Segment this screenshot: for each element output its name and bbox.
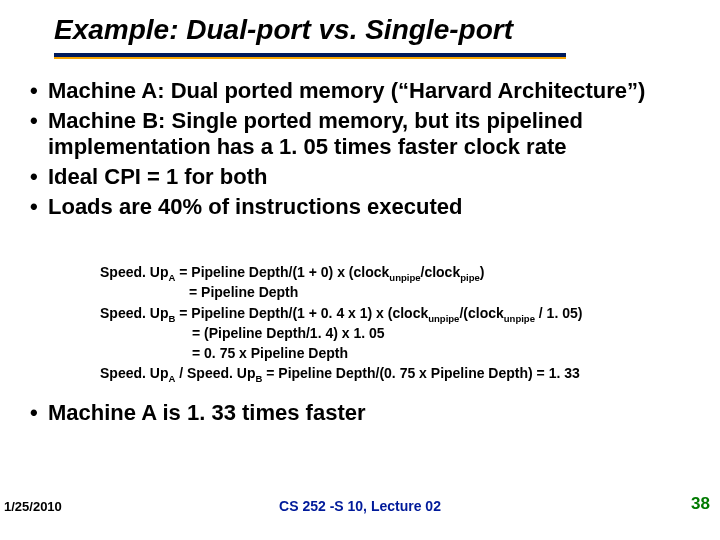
- slide: Example: Dual-port vs. Single-port • Mac…: [0, 0, 720, 540]
- t: = Pipeline Depth/(1 + 0. 4 x 1) x (clock: [175, 305, 428, 321]
- math-line-3: Speed. UpB = Pipeline Depth/(1 + 0. 4 x …: [100, 303, 700, 323]
- conclusion-text: Machine A is 1. 33 times faster: [48, 400, 366, 426]
- t: /(clock: [459, 305, 503, 321]
- sub: unpipe: [428, 312, 459, 323]
- bullet-item: • Loads are 40% of instructions executed: [28, 194, 698, 220]
- bullet-glyph-icon: •: [28, 400, 48, 426]
- bullet-glyph-icon: •: [28, 78, 48, 104]
- math-line-6: Speed. UpA / Speed. UpB = Pipeline Depth…: [100, 363, 700, 383]
- sub: pipe: [460, 272, 480, 283]
- t: Speed. Up: [100, 365, 168, 381]
- math-line-5: = 0. 75 x Pipeline Depth: [100, 343, 700, 363]
- t: = Pipeline Depth/(1 + 0) x (clock: [175, 264, 389, 280]
- t: / 1. 05): [535, 305, 582, 321]
- t: Speed. Up: [100, 305, 168, 321]
- conclusion-bullet: • Machine A is 1. 33 times faster: [28, 400, 366, 426]
- bullet-text: Machine A: Dual ported memory (“Harvard …: [48, 78, 698, 104]
- math-line-4: = (Pipeline Depth/1. 4) x 1. 05: [100, 323, 700, 343]
- t: / Speed. Up: [175, 365, 255, 381]
- bullet-glyph-icon: •: [28, 194, 48, 220]
- bullet-text: Ideal CPI = 1 for both: [48, 164, 698, 190]
- t: Speed. Up: [100, 264, 168, 280]
- bullet-glyph-icon: •: [28, 108, 48, 160]
- bullet-text: Machine B: Single ported memory, but its…: [48, 108, 698, 160]
- t: = Pipeline Depth/(0. 75 x Pipeline Depth…: [262, 365, 579, 381]
- body-bullets: • Machine A: Dual ported memory (“Harvar…: [28, 78, 698, 224]
- t: /clock: [421, 264, 461, 280]
- bullet-item: • Machine B: Single ported memory, but i…: [28, 108, 698, 160]
- title-underline-orange: [54, 57, 566, 59]
- t: ): [480, 264, 485, 280]
- footer-page-number: 38: [691, 494, 710, 514]
- bullet-item: • Machine A: Dual ported memory (“Harvar…: [28, 78, 698, 104]
- bullet-text: Loads are 40% of instructions executed: [48, 194, 698, 220]
- bullet-glyph-icon: •: [28, 164, 48, 190]
- sub: unpipe: [504, 312, 535, 323]
- math-line-1: Speed. UpA = Pipeline Depth/(1 + 0) x (c…: [100, 262, 700, 282]
- math-block: Speed. UpA = Pipeline Depth/(1 + 0) x (c…: [100, 262, 700, 384]
- footer-course: CS 252 -S 10, Lecture 02: [0, 498, 720, 514]
- sub: unpipe: [389, 272, 420, 283]
- slide-title: Example: Dual-port vs. Single-port: [54, 14, 513, 46]
- math-line-2: = Pipeline Depth: [100, 282, 700, 302]
- bullet-item: • Ideal CPI = 1 for both: [28, 164, 698, 190]
